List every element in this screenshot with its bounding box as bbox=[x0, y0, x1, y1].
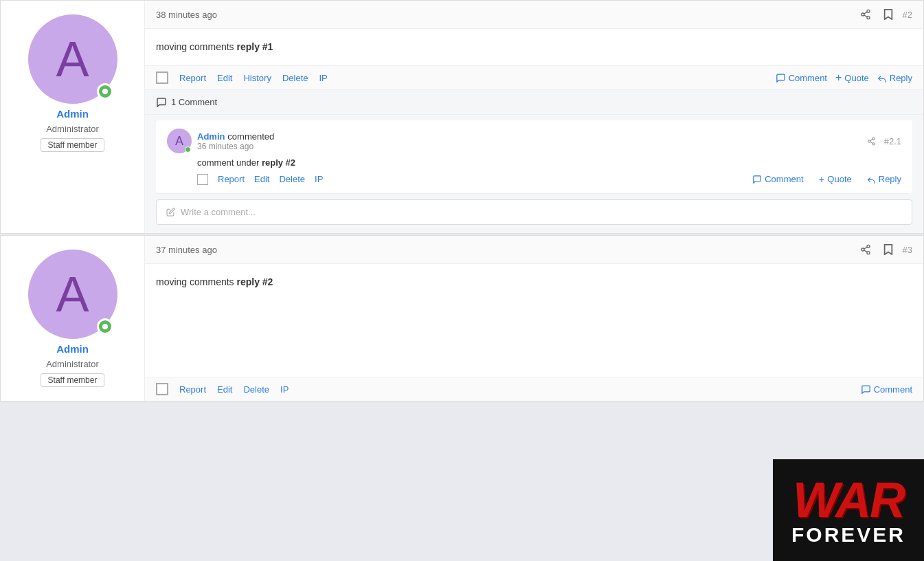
delete-button-1[interactable]: Delete bbox=[282, 73, 308, 83]
post-header-actions-2: #3 bbox=[857, 243, 912, 256]
svg-point-11 bbox=[861, 248, 864, 251]
online-badge-1 bbox=[97, 83, 113, 100]
ip-button-1[interactable]: IP bbox=[319, 73, 327, 83]
svg-point-10 bbox=[867, 245, 870, 248]
history-button-1[interactable]: History bbox=[243, 73, 271, 83]
svg-point-6 bbox=[868, 140, 870, 142]
post-number-1: #2 bbox=[903, 10, 912, 20]
reply-block-2: A Admin Administrator Staff member 37 mi… bbox=[0, 235, 924, 402]
select-checkbox-1[interactable] bbox=[156, 72, 168, 84]
comment-avatar: A bbox=[167, 129, 192, 153]
svg-line-8 bbox=[870, 142, 872, 143]
post-time-2: 37 minutes ago bbox=[156, 245, 217, 255]
comment-share-btn[interactable] bbox=[864, 135, 879, 147]
reply-block-1: A Admin Administrator Staff member 38 mi… bbox=[0, 0, 924, 234]
post-content-1: 38 minutes ago #2 moving comments reply … bbox=[145, 1, 923, 233]
quote-button-1[interactable]: + Quote bbox=[835, 72, 869, 84]
comment-item-1: A Admin commented 36 minutes ago bbox=[156, 120, 912, 194]
svg-line-4 bbox=[864, 12, 867, 14]
author-role-1: Administrator bbox=[46, 124, 99, 134]
post-time-1: 38 minutes ago bbox=[156, 10, 217, 20]
staff-badge-1: Staff member bbox=[41, 138, 105, 152]
online-badge-2 bbox=[97, 318, 113, 335]
author-name-1[interactable]: Admin bbox=[56, 108, 89, 120]
post-number-2: #3 bbox=[903, 245, 912, 255]
comments-section-1: 1 Comment A Admin comment bbox=[145, 89, 923, 233]
bookmark-button-1[interactable] bbox=[881, 8, 896, 21]
comment-comment-btn[interactable]: Comment bbox=[752, 174, 803, 184]
svg-point-0 bbox=[867, 10, 870, 12]
ip-button-2[interactable]: IP bbox=[280, 384, 289, 395]
comment-author-left: A Admin commented 36 minutes ago bbox=[167, 129, 274, 153]
report-button-1[interactable]: Report bbox=[179, 73, 206, 83]
author-sidebar-2: A Admin Administrator Staff member bbox=[1, 236, 145, 401]
comment-author-name[interactable]: Admin bbox=[197, 131, 225, 142]
comment-edit-btn[interactable]: Edit bbox=[254, 174, 269, 184]
select-checkbox-2[interactable] bbox=[156, 383, 168, 395]
post-footer-1: Report Edit History Delete IP Comment + … bbox=[145, 65, 923, 89]
comment-delete-btn[interactable]: Delete bbox=[279, 174, 305, 184]
post-footer-right-1: Comment + Quote Reply bbox=[776, 72, 912, 84]
post-content-2: 37 minutes ago #3 moving comments reply … bbox=[145, 236, 923, 401]
share-button-2[interactable] bbox=[857, 243, 874, 256]
comment-button-1[interactable]: Comment bbox=[776, 73, 827, 83]
post-footer-right-2: Comment bbox=[861, 384, 912, 395]
report-button-2[interactable]: Report bbox=[179, 384, 206, 395]
reply-button-1[interactable]: Reply bbox=[877, 73, 912, 83]
post-header-1: 38 minutes ago #2 bbox=[145, 1, 923, 29]
post-footer-left-1: Report Edit History Delete IP bbox=[156, 72, 776, 84]
delete-button-2[interactable]: Delete bbox=[243, 384, 269, 395]
comments-header-1: 1 Comment bbox=[145, 90, 923, 115]
svg-point-5 bbox=[872, 138, 875, 140]
share-button-1[interactable] bbox=[857, 8, 874, 21]
comment-online-dot bbox=[185, 146, 191, 153]
svg-line-3 bbox=[864, 15, 867, 17]
svg-line-14 bbox=[864, 247, 867, 249]
comment-body: comment under reply #2 bbox=[167, 157, 901, 168]
comment-action-label: commented bbox=[227, 131, 274, 142]
comment-footer: Report Edit Delete IP Comment + Quote bbox=[167, 173, 901, 185]
comment-quote-btn[interactable]: + Quote bbox=[819, 173, 852, 185]
svg-line-13 bbox=[864, 250, 867, 252]
author-sidebar-1: A Admin Administrator Staff member bbox=[1, 1, 145, 233]
edit-button-1[interactable]: Edit bbox=[217, 73, 232, 83]
write-comment-box[interactable]: Write a comment... bbox=[156, 199, 912, 225]
comment-right-actions: #2.1 bbox=[864, 135, 901, 147]
post-header-actions-1: #2 bbox=[857, 8, 912, 21]
svg-point-12 bbox=[867, 252, 870, 254]
svg-line-9 bbox=[870, 139, 872, 140]
post-body-2: moving comments reply #2 bbox=[145, 264, 923, 377]
edit-button-2[interactable]: Edit bbox=[217, 384, 232, 395]
post-footer-left-2: Report Edit Delete IP bbox=[156, 383, 861, 395]
staff-badge-2: Staff member bbox=[41, 373, 105, 387]
avatar-wrapper-2: A bbox=[28, 250, 117, 339]
author-role-2: Administrator bbox=[46, 359, 99, 369]
comment-checkbox[interactable] bbox=[197, 174, 208, 185]
author-name-2[interactable]: Admin bbox=[56, 343, 89, 355]
comment-ip-btn[interactable]: IP bbox=[315, 174, 323, 184]
svg-point-1 bbox=[861, 13, 864, 16]
comment-report-btn[interactable]: Report bbox=[218, 174, 245, 184]
post-header-2: 37 minutes ago #3 bbox=[145, 236, 923, 264]
comment-button-2[interactable]: Comment bbox=[861, 384, 912, 395]
comment-author-row: A Admin commented 36 minutes ago bbox=[167, 129, 901, 153]
avatar-wrapper-1: A bbox=[28, 14, 117, 104]
post-footer-2: Report Edit Delete IP Comment bbox=[145, 377, 923, 401]
svg-point-7 bbox=[872, 142, 875, 144]
svg-point-2 bbox=[867, 16, 870, 19]
bookmark-button-2[interactable] bbox=[881, 243, 896, 256]
post-body-1: moving comments reply #1 bbox=[145, 29, 923, 65]
comment-time: 36 minutes ago bbox=[197, 142, 274, 151]
comment-meta: Admin commented 36 minutes ago bbox=[197, 131, 274, 151]
comment-post-number: #2.1 bbox=[884, 136, 901, 146]
comment-reply-btn[interactable]: Reply bbox=[867, 174, 901, 184]
